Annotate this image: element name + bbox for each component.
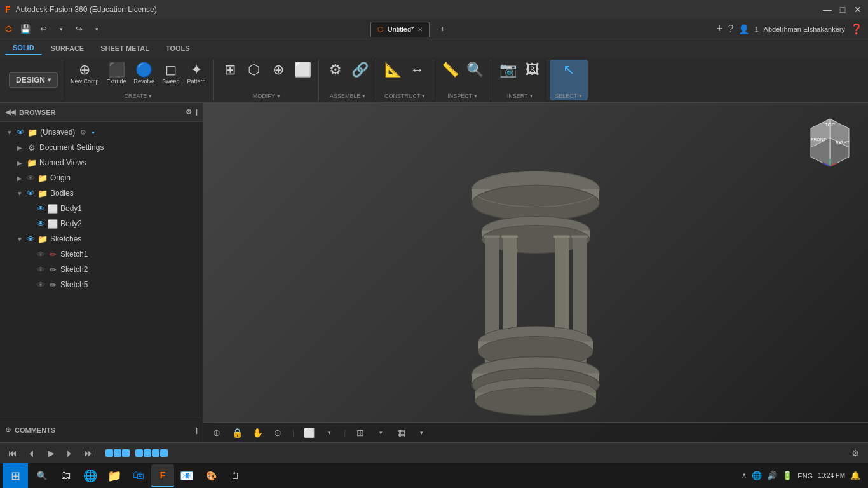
maximize-button[interactable]: □ <box>837 4 848 15</box>
design-workspace-button[interactable]: DESIGN ▾ <box>9 72 58 88</box>
decal-button[interactable]: 📷 <box>496 61 520 79</box>
comments-add-icon[interactable]: ⊕ <box>5 426 11 434</box>
timeline-keyframe-1[interactable] <box>105 449 113 457</box>
pattern-button[interactable]: ✦ Pattern <box>184 61 209 86</box>
taskbar-store[interactable]: 🛍 <box>127 464 150 487</box>
lock-view-button[interactable]: 🔒 <box>229 424 245 441</box>
undo-dropdown-button[interactable]: ▾ <box>53 22 69 37</box>
visibility-icon-body1[interactable]: 👁 <box>37 204 45 214</box>
browser-collapse-icon[interactable]: ◀◀ <box>5 108 15 116</box>
tree-item-named-views[interactable]: ▶ 📁 Named Views <box>10 155 203 170</box>
taskbar-fusion[interactable]: F <box>151 464 174 487</box>
inspect-button[interactable]: 🔍 <box>463 61 487 79</box>
visibility-icon-sketches[interactable]: 👁 <box>27 234 35 244</box>
shell-button[interactable]: ⬜ <box>291 61 315 79</box>
redo-button[interactable]: ↪ <box>71 22 86 37</box>
timeline-keyframe-7[interactable] <box>160 449 168 457</box>
tree-item-root[interactable]: ▼ 👁 📁 (Unsaved) ⚙ ● <box>0 125 203 140</box>
taskbar-search[interactable]: 🔍 <box>31 464 53 487</box>
grid-dropdown-button[interactable]: ▾ <box>372 424 389 441</box>
active-document-tab[interactable]: ⬡ Untitled* ✕ <box>370 22 430 37</box>
display-dropdown-button[interactable]: ▾ <box>321 424 337 441</box>
revolve-button[interactable]: 🔵 Revolve <box>131 61 158 86</box>
tree-item-body2[interactable]: 👁 ⬜ Body2 <box>20 216 203 231</box>
system-clock[interactable]: 10:24 PM <box>818 471 845 480</box>
tree-item-sketch1[interactable]: 👁 ✏ Sketch1 <box>20 247 203 262</box>
tree-item-bodies[interactable]: ▼ 👁 📁 Bodies <box>10 186 203 201</box>
tree-item-body1[interactable]: 👁 ⬜ Body1 <box>20 201 203 216</box>
timeline-keyframe-4[interactable] <box>135 449 143 457</box>
tree-item-sketch5[interactable]: 👁 ✏ Sketch5 <box>20 277 203 292</box>
joint-button[interactable]: 🔗 <box>348 61 372 79</box>
keyboard-layout[interactable]: ENG <box>797 472 813 480</box>
timeline-keyframe-2[interactable] <box>114 449 121 457</box>
sweep-button[interactable]: ◻ Sweep <box>159 61 183 86</box>
tab-solid[interactable]: SOLID <box>5 41 42 55</box>
visibility-icon-origin[interactable]: 👁 <box>27 173 35 183</box>
tree-item-sketch2[interactable]: 👁 ✏ Sketch2 <box>20 262 203 277</box>
timeline-settings-button[interactable]: ⚙ <box>848 445 863 461</box>
plus-icon[interactable]: + <box>716 22 723 36</box>
visibility-icon-sketch2[interactable]: 👁 <box>37 265 45 274</box>
close-button[interactable]: ✕ <box>853 4 863 15</box>
timeline-keyframe-5[interactable] <box>144 449 151 457</box>
help-icon[interactable]: ? <box>728 24 734 35</box>
taskbar-edge[interactable]: 🌐 <box>79 464 102 487</box>
save-button[interactable]: 💾 <box>18 22 33 37</box>
tab-tools[interactable]: TOOLS <box>158 42 198 55</box>
timeline-prev-button[interactable]: ⏴ <box>24 445 39 461</box>
help-button[interactable]: ❓ <box>850 23 863 35</box>
visibility-icon-sketch5[interactable]: 👁 <box>37 280 45 290</box>
minimize-button[interactable]: — <box>822 4 832 15</box>
redo-dropdown-button[interactable]: ▾ <box>89 22 104 37</box>
tree-item-sketches[interactable]: ▼ 👁 📁 Sketches <box>10 231 203 247</box>
undo-button[interactable]: ↩ <box>36 22 51 37</box>
visibility-icon-sketch1[interactable]: 👁 <box>37 250 45 259</box>
display-mode-button[interactable]: ⬜ <box>301 424 317 441</box>
taskbar-app2[interactable]: 🎨 <box>200 464 222 487</box>
tree-item-origin[interactable]: ▶ 👁 📁 Origin <box>10 170 203 186</box>
timeline-end-button[interactable]: ⏭ <box>81 445 97 461</box>
viewport[interactable]: TOP RIGHT FRONT ⊕ 🔒 ✋ ⊙ | ⬜ ▾ | ⊞ ▾ ▦ ▾ <box>203 103 868 442</box>
show-hidden-icon[interactable]: ∧ <box>742 471 747 480</box>
timeline-next-button[interactable]: ⏵ <box>62 445 78 461</box>
new-tab-button[interactable]: + <box>435 22 450 37</box>
tab-close-icon[interactable]: ✕ <box>417 26 423 33</box>
browser-pin-icon[interactable]: | <box>196 108 198 116</box>
new-comp-assemble-button[interactable]: ⚙ <box>324 61 347 79</box>
move-button[interactable]: ⊞ <box>219 61 241 79</box>
extrude-button[interactable]: ⬛ Extrude <box>104 61 130 86</box>
zoom-fit-button[interactable]: ⊙ <box>269 424 286 441</box>
comments-pin-icon[interactable]: | <box>196 426 198 434</box>
view-layout-button[interactable]: ▦ <box>393 424 409 441</box>
select-button[interactable]: ↖ <box>557 61 580 79</box>
network-icon[interactable]: 🌐 <box>752 471 762 480</box>
timeline-start-button[interactable]: ⏮ <box>5 445 20 461</box>
taskbar-app3[interactable]: 🗒 <box>224 464 247 487</box>
timeline-play-button[interactable]: ▶ <box>43 445 58 461</box>
taskbar-task-view[interactable]: 🗂 <box>55 464 78 487</box>
tab-surface[interactable]: SURFACE <box>43 42 92 55</box>
grid-toggle-button[interactable]: ⊞ <box>352 424 369 441</box>
timeline-keyframe-3[interactable] <box>122 449 130 457</box>
visibility-icon-root[interactable]: 👁 <box>17 128 25 137</box>
orbit-button[interactable]: ⊕ <box>208 424 225 441</box>
axis-button[interactable]: ↔ <box>406 61 429 79</box>
canvas-button[interactable]: 🖼 <box>521 61 544 79</box>
tree-item-document-settings[interactable]: ▶ ⚙ Document Settings <box>10 140 203 155</box>
new-component-button[interactable]: ⊕ New Comp <box>67 61 102 86</box>
notification-icon[interactable]: 🔔 <box>850 471 860 480</box>
battery-icon[interactable]: 🔋 <box>782 471 792 480</box>
visibility-icon-bodies[interactable]: 👁 <box>27 189 35 198</box>
measure-button[interactable]: 📏 <box>438 61 462 79</box>
view-layout-dropdown-button[interactable]: ▾ <box>413 424 430 441</box>
view-cube[interactable]: TOP RIGHT FRONT <box>804 116 855 166</box>
browser-settings-icon[interactable]: ⚙ <box>186 108 192 116</box>
volume-icon[interactable]: 🔊 <box>767 471 777 480</box>
settings-icon-root[interactable]: ⚙ <box>80 128 86 137</box>
taskbar-app1[interactable]: 📧 <box>175 464 198 487</box>
plane-button[interactable]: 📐 <box>381 61 405 79</box>
visibility-icon-body2[interactable]: 👁 <box>37 219 45 229</box>
combine-button[interactable]: ⊕ <box>267 61 290 79</box>
timeline-keyframe-6[interactable] <box>152 449 159 457</box>
